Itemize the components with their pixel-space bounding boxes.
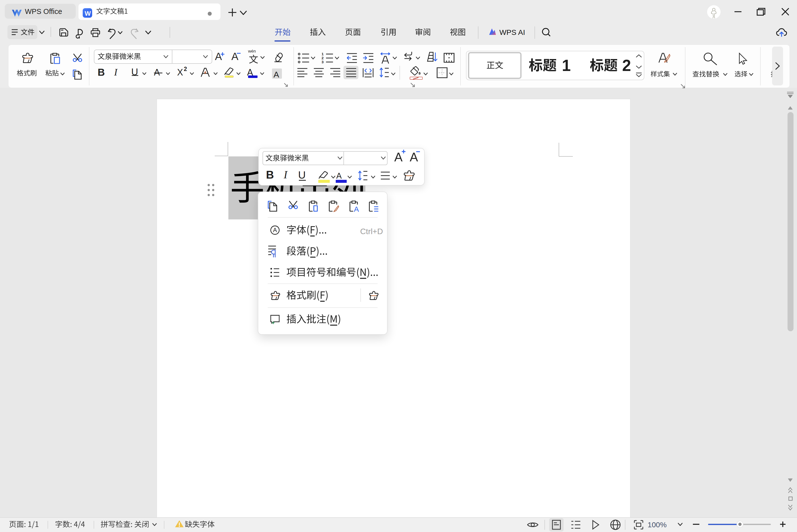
- svg-text:1: 1: [322, 52, 324, 56]
- svg-text:2: 2: [322, 56, 324, 60]
- svg-text:3: 3: [322, 60, 324, 64]
- svg-text:A: A: [354, 205, 359, 213]
- svg-text:A: A: [273, 227, 277, 233]
